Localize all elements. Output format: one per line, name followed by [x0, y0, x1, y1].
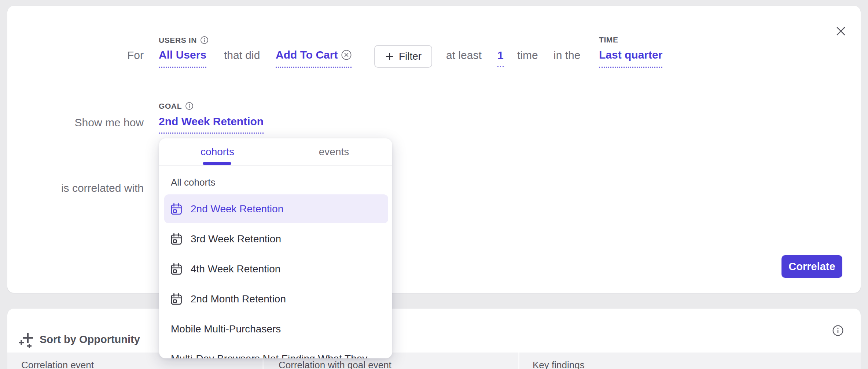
close-button[interactable]	[831, 22, 850, 41]
cohort-option-label: 2nd Week Retention	[191, 203, 283, 215]
goal-picker-dropdown: cohorts events All cohorts 2nd Week Rete…	[159, 138, 392, 358]
cohort-option[interactable]: 4th Week Retention	[164, 254, 388, 283]
cohort-selector-value: All Users	[159, 49, 206, 60]
tab-events[interactable]: events	[276, 138, 392, 165]
goal-selector-value: 2nd Week Retention	[159, 116, 264, 127]
query-builder-card: USERS IN TIME For All Users that did Add…	[7, 6, 861, 293]
sort-by-opportunity-label: Sort by Opportunity	[40, 333, 140, 346]
cohort-option[interactable]: Mobile Multi-Purchasers	[164, 314, 388, 343]
correlate-button[interactable]: Correlate	[781, 255, 842, 278]
is-correlated-with-word: is correlated with	[40, 183, 144, 194]
calendar-icon	[170, 292, 183, 306]
column-header-correlation-event: Correlation event	[21, 360, 94, 369]
goal-label-text: GOAL	[159, 102, 182, 110]
time-label: TIME	[599, 36, 618, 44]
cohort-selector[interactable]: All Users	[159, 49, 206, 68]
that-did-word: that did	[224, 50, 260, 61]
remove-event-icon[interactable]	[341, 50, 352, 60]
cohort-option[interactable]: 2nd Week Retention	[164, 194, 388, 223]
results-card: Sort by Opportunity Correlation event Co…	[7, 309, 861, 369]
time-label-text: TIME	[599, 36, 618, 44]
goal-label: GOAL	[159, 102, 194, 110]
users-in-label-text: USERS IN	[159, 36, 197, 44]
cohort-option-label: Mobile Multi-Purchasers	[171, 323, 281, 335]
cohort-option-label: Multi-Day Browsers Not Finding What They	[171, 353, 367, 359]
cohort-section-label: All cohorts	[171, 178, 215, 187]
for-word: For	[54, 50, 144, 61]
event-selector[interactable]: Add To Cart	[276, 49, 352, 68]
sort-by-opportunity-control[interactable]: Sort by Opportunity	[18, 331, 140, 348]
column-header-key-findings: Key findings	[533, 360, 585, 369]
dropdown-tabs: cohorts events	[159, 138, 392, 165]
count-selector[interactable]: 1	[497, 50, 504, 67]
results-table-header: Correlation event Correlation with goal …	[7, 353, 861, 369]
calendar-icon	[170, 262, 183, 276]
cohort-option[interactable]: 3rd Week Retention	[164, 224, 388, 253]
results-info-button[interactable]	[832, 325, 844, 336]
info-icon[interactable]	[200, 36, 209, 44]
time-word: time	[517, 50, 538, 61]
at-least-word: at least	[446, 50, 482, 61]
cohort-option[interactable]: 2nd Month Retention	[164, 284, 388, 313]
cohort-option-label: 3rd Week Retention	[191, 233, 281, 245]
calendar-icon	[170, 202, 183, 216]
column-divider	[518, 353, 519, 369]
time-range-selector[interactable]: Last quarter	[599, 49, 662, 68]
info-icon	[832, 325, 844, 336]
tabs-divider	[159, 165, 392, 166]
in-the-word: in the	[553, 50, 580, 61]
tab-cohorts[interactable]: cohorts	[159, 138, 276, 165]
info-icon[interactable]	[185, 102, 194, 110]
event-selector-value: Add To Cart	[276, 49, 338, 60]
cohort-option-label: 4th Week Retention	[191, 263, 280, 275]
calendar-icon	[170, 232, 183, 246]
plus-icon	[385, 52, 394, 61]
add-filter-label: Filter	[399, 51, 422, 62]
close-icon	[835, 26, 846, 37]
show-me-how-word: Show me how	[54, 117, 144, 128]
add-filter-button[interactable]: Filter	[374, 45, 432, 68]
users-in-label: USERS IN	[159, 36, 209, 44]
cohort-option[interactable]: Multi-Day Browsers Not Finding What They	[164, 344, 388, 358]
sort-sparkle-plus-icon	[18, 331, 34, 348]
time-range-value: Last quarter	[599, 49, 662, 60]
column-header-correlation-with-goal: Correlation with goal event	[279, 360, 391, 369]
active-tab-indicator	[203, 162, 231, 165]
cohort-option-label: 2nd Month Retention	[191, 293, 286, 305]
goal-selector[interactable]: 2nd Week Retention	[159, 116, 264, 134]
